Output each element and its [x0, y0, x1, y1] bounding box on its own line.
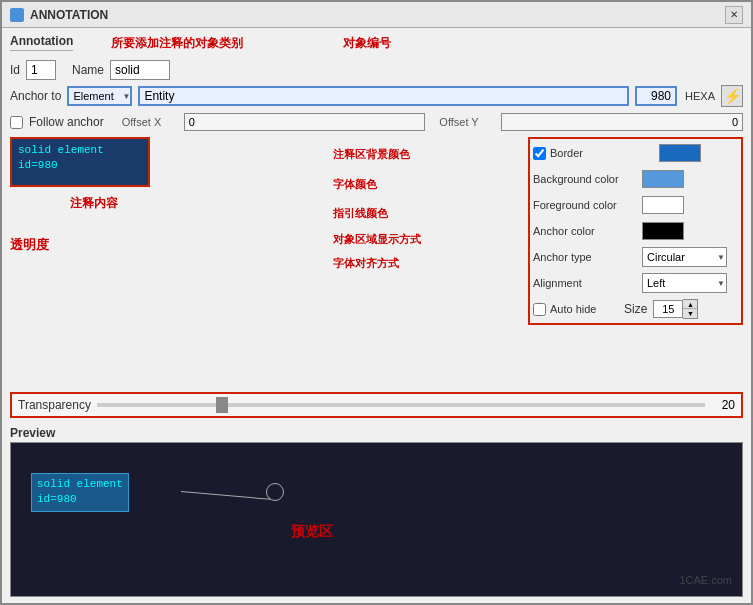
bg-color-row: Background color	[533, 168, 738, 190]
anchor-to-select[interactable]: Element	[67, 86, 132, 106]
preview-section: Preview solid elementid=980 预览区 1CAE.com	[10, 426, 743, 597]
auto-hide-label: Auto hide	[550, 303, 620, 315]
hexa-button[interactable]: ⚡	[721, 85, 743, 107]
transparency-row: Transparency 20	[10, 392, 743, 418]
bg-color-label: Background color	[533, 173, 638, 185]
auto-hide-row: Auto hide Size ▲ ▼	[533, 298, 738, 320]
anchor-to-select-wrapper: Element ▼	[67, 86, 132, 106]
size-spinner: ▲ ▼	[653, 299, 698, 319]
anchor-row: Anchor to Element ▼ HEXA ⚡	[10, 85, 743, 107]
spin-up-button[interactable]: ▲	[683, 300, 697, 309]
border-label: Border	[550, 147, 655, 159]
annotation-section-label: Annotation	[10, 34, 73, 51]
annotation-notes: 注释内容	[10, 191, 520, 212]
anchor-type-select-wrapper: Circular Square Arrow ▼	[642, 247, 727, 267]
entity-input[interactable]	[138, 86, 629, 106]
fg-color-label: Foreground color	[533, 199, 638, 211]
anchor-color-box[interactable]	[642, 222, 684, 240]
cn-label-display-mode: 对象区域显示方式	[333, 232, 421, 246]
offset-x-label: Offset X	[122, 116, 178, 128]
cn-label-font-color: 字体颜色	[333, 177, 421, 191]
preview-area: solid elementid=980 预览区 1CAE.com	[10, 442, 743, 597]
main-window: ANNOTATION ✕ Annotation 所要添加注释的对象类别 对象编号…	[0, 0, 753, 605]
title-bar: ANNOTATION ✕	[2, 2, 751, 28]
id-name-row: Id Name	[10, 59, 743, 81]
preview-anchor-circle	[266, 483, 284, 501]
follow-offset-row: Follow anchor Offset X Offset Y	[10, 111, 743, 133]
cn-label-id: 对象编号	[343, 35, 391, 52]
alignment-row: Alignment Left Center Right ▼	[533, 272, 738, 294]
close-button[interactable]: ✕	[725, 6, 743, 24]
preview-label: Preview	[10, 426, 743, 440]
anchor-color-label: Anchor color	[533, 225, 638, 237]
alignment-select-wrapper: Left Center Right ▼	[642, 273, 727, 293]
main-area: solid elementid=980 注释内容 透明度 注释区背景颜色 字体颜…	[10, 137, 743, 388]
alignment-label: Alignment	[533, 277, 638, 289]
alignment-select[interactable]: Left Center Right	[642, 273, 727, 293]
spin-buttons: ▲ ▼	[683, 299, 698, 319]
cn-label-category: 所要添加注释的对象类别	[111, 35, 243, 52]
cn-label-line-color: 指引线颜色	[333, 206, 421, 220]
entity-num-input[interactable]	[635, 86, 677, 106]
cn-label-content: 注释内容	[70, 195, 520, 212]
border-checkbox[interactable]	[533, 147, 546, 160]
name-input[interactable]	[110, 60, 170, 80]
window-title: ANNOTATION	[30, 8, 108, 22]
right-panel: 注释区背景颜色 字体颜色 指引线颜色 对象区域显示方式 字体对齐方式 Borde…	[528, 137, 743, 388]
left-panel: solid elementid=980 注释内容 透明度	[10, 137, 520, 388]
hexa-label: HEXA	[685, 90, 715, 102]
fg-color-row: Foreground color	[533, 194, 738, 216]
anchor-to-label: Anchor to	[10, 89, 61, 103]
preview-cn-label: 预览区	[291, 523, 333, 541]
name-label: Name	[72, 63, 104, 77]
offset-y-input[interactable]	[501, 113, 743, 131]
cn-label-bg-color: 注释区背景颜色	[333, 147, 421, 161]
anchor-type-row: Anchor type Circular Square Arrow ▼	[533, 246, 738, 268]
cn-label-font-align: 字体对齐方式	[333, 256, 421, 270]
follow-anchor-checkbox[interactable]	[10, 116, 23, 129]
cn-label-transparency: 透明度	[10, 237, 49, 252]
watermark: 1CAE.com	[679, 574, 732, 586]
main-content: Annotation 所要添加注释的对象类别 对象编号 Id Name Anch…	[2, 28, 751, 603]
anchor-type-label: Anchor type	[533, 251, 638, 263]
offset-x-input[interactable]	[184, 113, 426, 131]
bg-color-box[interactable]	[642, 170, 684, 188]
size-input[interactable]	[653, 300, 683, 318]
transparency-label: Transparency	[18, 398, 91, 412]
follow-anchor-label: Follow anchor	[29, 115, 104, 129]
border-color-box[interactable]	[659, 144, 701, 162]
fg-color-box[interactable]	[642, 196, 684, 214]
auto-hide-checkbox[interactable]	[533, 303, 546, 316]
anchor-type-select[interactable]: Circular Square Arrow	[642, 247, 727, 267]
id-input[interactable]	[26, 60, 56, 80]
id-label: Id	[10, 63, 20, 77]
size-label: Size	[624, 302, 647, 316]
offset-y-label: Offset Y	[439, 116, 495, 128]
spin-down-button[interactable]: ▼	[683, 309, 697, 318]
transparency-slider[interactable]	[97, 403, 705, 407]
right-options-box: Border Background color Foreground color	[528, 137, 743, 325]
border-row: Border	[533, 142, 738, 164]
transparency-value: 20	[711, 398, 735, 412]
preview-annotation-box: solid elementid=980	[31, 473, 129, 512]
window-icon	[10, 8, 24, 22]
preview-leader-line	[181, 491, 271, 500]
anchor-color-row: Anchor color	[533, 220, 738, 242]
annotation-content-box: solid elementid=980	[10, 137, 150, 187]
